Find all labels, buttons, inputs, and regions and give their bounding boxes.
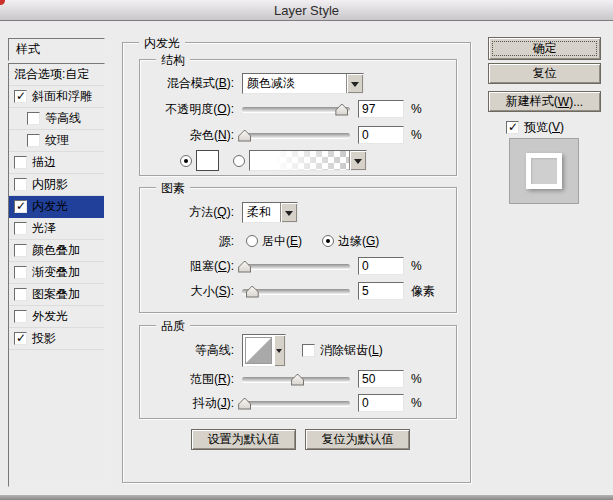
range-input[interactable] (358, 370, 404, 388)
style-checkbox-inner-glow[interactable] (14, 200, 27, 213)
chevron-down-icon[interactable] (274, 335, 285, 366)
style-checkbox-pattern-overlay[interactable] (14, 288, 27, 301)
style-item-label: 颜色叠加 (32, 242, 80, 259)
reset-default-button[interactable]: 复位为默认值 (305, 429, 410, 450)
inner-glow-group-label: 内发光 (139, 35, 185, 52)
choke-input[interactable] (358, 257, 404, 275)
antialias-checkbox[interactable] (302, 344, 315, 357)
noise-slider[interactable] (242, 128, 350, 143)
jitter-slider-track[interactable] (242, 401, 350, 406)
choke-unit: % (411, 259, 422, 273)
technique-label: 方法(Q): (148, 204, 234, 221)
style-item-blending-options[interactable]: 混合选项:自定 (9, 64, 104, 86)
elements-group-label: 图素 (156, 180, 190, 197)
style-checkbox-satin[interactable] (14, 222, 27, 235)
technique-select[interactable]: 柔和 (242, 202, 298, 223)
style-item-label: 描边 (32, 154, 56, 171)
style-item-pattern-overlay[interactable]: 图案叠加 (9, 284, 104, 306)
noise-input[interactable] (358, 126, 404, 144)
opacity-unit: % (411, 102, 422, 116)
style-item-label: 等高线 (45, 110, 81, 127)
style-item-stroke[interactable]: 描边 (9, 152, 104, 174)
preview-toggle[interactable]: 预览(V) (506, 119, 564, 136)
new-style-button[interactable]: 新建样式(W)... (488, 91, 601, 112)
quality-group-label: 品质 (156, 318, 190, 335)
choke-slider[interactable] (242, 259, 350, 274)
size-label: 大小(S): (148, 283, 234, 300)
ok-button[interactable]: 确定 (488, 37, 601, 60)
style-item-satin[interactable]: 光泽 (9, 218, 104, 240)
make-default-button[interactable]: 设置为默认值 (191, 429, 296, 450)
quality-group: 品质 等高线: 消除锯齿(L) 范围(R): % (139, 325, 457, 419)
contour-label: 等高线: (148, 342, 234, 359)
source-edge-label: 边缘(G) (338, 233, 379, 250)
elements-group: 图素 方法(Q): 柔和 源: 居中(E) 边缘(G) 阻塞(C): (139, 187, 457, 313)
window-title: Layer Style (274, 3, 339, 18)
choke-label: 阻塞(C): (148, 258, 234, 275)
style-item-gradient-overlay[interactable]: 渐变叠加 (9, 262, 104, 284)
jitter-unit: % (411, 396, 422, 410)
style-item-inner-shadow[interactable]: 内阴影 (9, 174, 104, 196)
opacity-slider-track[interactable] (242, 107, 350, 112)
size-slider[interactable] (242, 284, 350, 299)
blend-mode-select[interactable]: 颜色减淡 (242, 73, 364, 94)
style-checkbox-contour[interactable] (27, 112, 40, 125)
chevron-down-icon[interactable] (349, 151, 366, 170)
size-input[interactable] (358, 282, 404, 300)
style-checkbox-stroke[interactable] (14, 156, 27, 169)
layer-style-dialog: Layer Style 样式 混合选项:自定斜面和浮雕等高线纹理描边内阴影内发光… (0, 0, 613, 500)
style-preview-thumbnail (509, 138, 579, 204)
chevron-down-icon[interactable] (280, 203, 297, 222)
style-item-label: 内阴影 (32, 176, 68, 193)
style-item-outer-glow[interactable]: 外发光 (9, 306, 104, 328)
inner-glow-group: 内发光 结构 混合模式(B): 颜色减淡 不透明度(O): % (122, 42, 471, 483)
jitter-slider[interactable] (242, 396, 350, 411)
style-item-texture[interactable]: 纹理 (9, 130, 104, 152)
choke-slider-track[interactable] (242, 264, 350, 269)
style-item-label: 混合选项:自定 (14, 66, 89, 83)
reset-button[interactable]: 复位 (488, 63, 601, 84)
jitter-label: 抖动(J): (148, 395, 234, 412)
opacity-input[interactable] (358, 100, 404, 118)
styles-list: 混合选项:自定斜面和浮雕等高线纹理描边内阴影内发光光泽颜色叠加渐变叠加图案叠加外… (8, 63, 105, 487)
jitter-slider-thumb[interactable] (238, 398, 251, 410)
noise-label: 杂色(N): (148, 127, 234, 144)
choke-slider-thumb[interactable] (238, 261, 251, 273)
range-unit: % (411, 372, 422, 386)
size-slider-thumb[interactable] (246, 286, 259, 298)
structure-group: 结构 混合模式(B): 颜色减淡 不透明度(O): % 杂色(N): (139, 59, 457, 176)
structure-group-label: 结构 (156, 52, 190, 69)
contour-thumbnail (245, 337, 272, 364)
glow-color-swatch[interactable] (196, 150, 219, 171)
style-checkbox-inner-shadow[interactable] (14, 178, 27, 191)
opacity-slider[interactable] (242, 102, 350, 117)
range-slider-thumb[interactable] (291, 374, 304, 386)
style-item-contour[interactable]: 等高线 (9, 108, 104, 130)
style-item-drop-shadow[interactable]: 投影 (9, 328, 104, 350)
jitter-input[interactable] (358, 394, 404, 412)
style-item-color-overlay[interactable]: 颜色叠加 (9, 240, 104, 262)
preview-checkbox[interactable] (506, 121, 519, 134)
styles-panel-header: 样式 (8, 38, 105, 61)
style-item-inner-glow[interactable]: 内发光 (9, 196, 104, 218)
chevron-down-icon[interactable] (346, 74, 363, 93)
style-checkbox-gradient-overlay[interactable] (14, 266, 27, 279)
style-checkbox-color-overlay[interactable] (14, 244, 27, 257)
source-edge-radio[interactable] (322, 235, 334, 247)
noise-slider-thumb[interactable] (238, 130, 251, 142)
style-checkbox-outer-glow[interactable] (14, 310, 27, 323)
close-button[interactable] (0, 0, 5, 5)
glow-color-radio[interactable] (180, 155, 192, 167)
style-checkbox-texture[interactable] (27, 134, 40, 147)
glow-gradient-radio[interactable] (233, 155, 245, 167)
glow-gradient-picker[interactable] (249, 150, 367, 171)
range-slider[interactable] (242, 372, 350, 387)
source-center-radio[interactable] (246, 235, 258, 247)
opacity-slider-thumb[interactable] (335, 104, 348, 116)
style-item-label: 图案叠加 (32, 286, 80, 303)
style-checkbox-drop-shadow[interactable] (14, 332, 27, 345)
noise-slider-track[interactable] (242, 133, 350, 138)
style-item-bevel-emboss[interactable]: 斜面和浮雕 (9, 86, 104, 108)
contour-picker[interactable] (242, 334, 286, 367)
style-checkbox-bevel-emboss[interactable] (14, 90, 27, 103)
